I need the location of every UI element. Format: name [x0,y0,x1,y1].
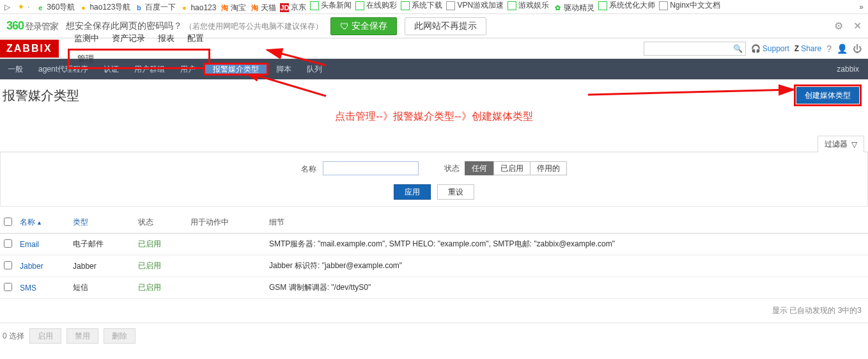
bookmark-item[interactable]: 游戏娱乐 [506,0,551,11]
bookmarks-prev-icon[interactable]: ▷ [3,3,12,12]
select-all-checkbox[interactable] [4,218,12,226]
row-checkbox[interactable] [4,239,12,248]
bookmark-label: 天猫 [261,3,276,13]
bookmark-favicon [310,1,319,10]
bookmark-favicon [659,1,668,10]
row-checkbox[interactable] [4,261,12,269]
col-type[interactable]: 类型 [69,212,134,234]
main-nav-item[interactable]: 管理 [68,49,210,69]
col-details[interactable]: 细节 [265,212,868,234]
360-logo: 360登录管家 [6,19,58,33]
page-header: 报警媒介类型 创建媒体类型 [0,79,868,106]
bookmark-item[interactable]: 头条新闻 [308,0,353,11]
bookmark-item[interactable]: b百度一下 [132,2,178,13]
gear-icon[interactable]: ⚙ [834,20,843,32]
filter-tab[interactable]: 过滤器 ▽ [818,136,864,152]
bookmark-item[interactable]: 淘天猫 [248,3,278,13]
shield-icon: 🛡 [340,21,349,31]
headset-icon: 🎧 [751,44,761,53]
bookmark-star[interactable]: ★· [15,3,31,12]
bookmark-item[interactable]: ●hao123 [178,3,218,12]
cell-status[interactable]: 已启用 [134,255,187,277]
bookmark-favicon [401,1,410,10]
batch-actions: 0 选择 启用 禁用 删除 [0,323,868,349]
batch-disable-button[interactable]: 禁用 [66,328,98,344]
bookmarks-overflow-icon[interactable]: » [857,3,865,12]
bookmark-item[interactable]: VPN游戏加速 [444,0,506,11]
bookmark-label: 驱动精灵 [564,3,594,13]
batch-enable-button[interactable]: 启用 [29,328,61,344]
table-footer: 显示 已自动发现的 3中的3 [0,299,868,323]
main-nav-item[interactable]: 监测中 [68,33,105,43]
bookmark-item[interactable]: Nginx中文文档 [657,0,722,11]
filter-name-input[interactable] [323,161,419,175]
user-icon[interactable]: 👤 [837,44,848,54]
sub-nav-item[interactable]: 报警媒介类型 [203,63,268,76]
main-nav-item[interactable]: 报表 [151,33,181,43]
filter-state-option[interactable]: 停用的 [530,161,567,175]
bookmark-favicon: ● [79,3,88,12]
bookmark-item[interactable]: 淘淘宝 [218,3,248,13]
sub-nav-item[interactable]: 一般 [0,65,31,74]
bookmark-favicon: 淘 [250,3,259,12]
cell-status[interactable]: 已启用 [134,277,187,299]
row-checkbox[interactable] [4,283,12,291]
share-link[interactable]: ZShare [794,44,821,53]
batch-delete-button[interactable]: 删除 [104,328,136,344]
col-status[interactable]: 状态 [134,212,187,234]
bookmark-item[interactable]: JD京东 [278,2,308,13]
bookmark-favicon: e [36,3,45,12]
bookmark-favicon [355,1,364,10]
cell-type: Jabber [69,255,134,277]
zabbix-logo[interactable]: ZABBIX [0,40,59,58]
main-nav-item[interactable]: 配置 [181,33,210,43]
search-icon: 🔍 [733,44,743,53]
table-row: JabberJabber已启用Jabber 标识符: "jabber@examp… [0,255,868,277]
bookmark-item[interactable]: ●hao123导航 [77,2,132,13]
filter-state-segment: 任何已启用停用的 [465,161,567,175]
cell-details: GSM 调制解调器: "/dev/ttyS0" [265,277,868,299]
main-nav-item[interactable]: 资产记录 [105,33,151,43]
bookmark-item[interactable]: 在线购彩 [353,0,399,11]
media-type-link[interactable]: SMS [20,283,36,292]
search-input[interactable]: 🔍 [644,42,746,56]
filter-state-label: 状态 [444,164,460,173]
create-media-type-button[interactable]: 创建媒体类型 [796,87,859,104]
filter-apply-button[interactable]: 应用 [394,184,431,200]
cell-status[interactable]: 已启用 [134,234,187,255]
dismiss-password-button[interactable]: 此网站不再提示 [405,17,486,35]
bookmark-item[interactable]: 系统下载 [399,0,444,11]
page-body: ZABBIX 监测中资产记录报表配置管理 🔍 🎧Support ZShare ?… [0,38,868,349]
col-name[interactable]: 名称▲ [16,212,69,234]
bookmark-label: Nginx中文文档 [670,0,720,11]
bookmark-label: hao123 [190,3,216,12]
bookmark-label: 系统下载 [412,0,442,11]
media-type-link[interactable]: Email [20,240,39,249]
help-icon[interactable]: ? [826,44,832,54]
selected-count: 0 选择 [3,331,24,342]
bookmark-item[interactable]: e360导航 [34,2,77,13]
col-actions[interactable]: 用于动作中 [187,212,265,234]
close-icon[interactable]: ✕ [853,20,862,32]
filter-name-group: 名称 [301,161,418,175]
support-link[interactable]: 🎧Support [751,44,789,53]
save-password-button[interactable]: 🛡安全保存 [330,17,397,35]
filter-state-option[interactable]: 已启用 [493,161,531,175]
sub-nav-item[interactable]: 脚本 [268,65,299,74]
bookmark-item[interactable]: 系统优化大师 [596,0,657,11]
filter-state-group: 状态 任何已启用停用的 [444,161,567,175]
bookmark-label: 淘宝 [231,3,246,13]
table-row: SMS短信已启用GSM 调制解调器: "/dev/ttyS0" [0,277,868,299]
bookmark-label: hao123导航 [89,2,130,13]
bookmark-favicon: b [134,3,143,12]
filter-state-option[interactable]: 任何 [465,161,494,175]
filter-reset-button[interactable]: 重设 [437,184,474,200]
sub-nav-item[interactable]: 队列 [299,65,330,74]
bookmark-favicon: ● [180,3,189,12]
media-types-table: 名称▲ 类型 状态 用于动作中 细节 Email电子邮件已启用SMTP服务器: … [0,212,868,299]
power-icon[interactable]: ⏻ [853,44,862,54]
cell-actions [187,277,265,299]
bookmark-item[interactable]: ✿驱动精灵 [551,3,596,13]
current-user-label: zabbix [837,65,868,74]
media-type-link[interactable]: Jabber [20,262,43,271]
